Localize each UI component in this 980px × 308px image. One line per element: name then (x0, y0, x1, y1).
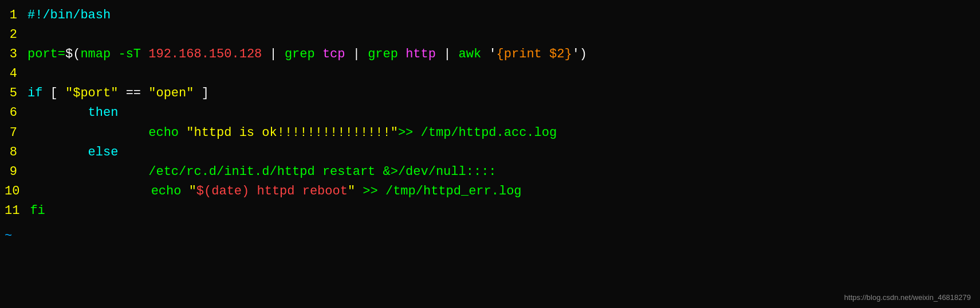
line-number: 1 (0, 6, 17, 25)
line-number: 8 (0, 143, 17, 162)
line-number: 3 (0, 45, 17, 64)
code-line: 6 then (0, 103, 980, 123)
code-line: 9 /etc/rc.d/init.d/httpd restart &>/dev/… (0, 162, 980, 182)
line-content: #!/bin/bash (27, 6, 980, 25)
code-line: 3port=$(nmap -sT 192.168.150.128 | grep … (0, 45, 980, 64)
code-line: 1#!/bin/bash (0, 6, 980, 25)
code-line: 8 else (0, 143, 980, 162)
watermark: https://blog.csdn.net/weixin_46818279 (844, 292, 971, 303)
line-content: then (27, 103, 980, 123)
tilde-symbol: ~ (0, 227, 12, 246)
line-number: 9 (0, 162, 17, 182)
code-line: 4 (0, 64, 980, 84)
code-editor: 1#!/bin/bash23port=$(nmap -sT 192.168.15… (0, 0, 980, 227)
line-content: if [ "$port" == "open" ] (27, 84, 980, 103)
line-content: else (27, 143, 980, 162)
tilde-line: ~ (0, 227, 980, 246)
line-content: /etc/rc.d/init.d/httpd restart &>/dev/nu… (27, 162, 980, 182)
line-number: 11 (0, 201, 19, 221)
line-number: 7 (0, 123, 17, 143)
code-line: 2 (0, 25, 980, 45)
code-line: 11fi (0, 201, 980, 221)
line-number: 2 (0, 25, 17, 45)
line-content: echo "httpd is ok!!!!!!!!!!!!!!!">> /tmp… (27, 123, 980, 143)
code-line: 5if [ "$port" == "open" ] (0, 84, 980, 103)
line-number: 6 (0, 103, 17, 123)
code-line: 10 echo "$(date) httpd reboot" >> /tmp/h… (0, 182, 980, 201)
line-content: echo "$(date) httpd reboot" >> /tmp/http… (30, 182, 980, 201)
line-number: 5 (0, 84, 17, 103)
line-number: 4 (0, 64, 17, 84)
line-number: 10 (0, 182, 19, 201)
line-content: port=$(nmap -sT 192.168.150.128 | grep t… (27, 45, 980, 64)
line-content: fi (30, 201, 980, 221)
code-line: 7 echo "httpd is ok!!!!!!!!!!!!!!!">> /t… (0, 123, 980, 143)
